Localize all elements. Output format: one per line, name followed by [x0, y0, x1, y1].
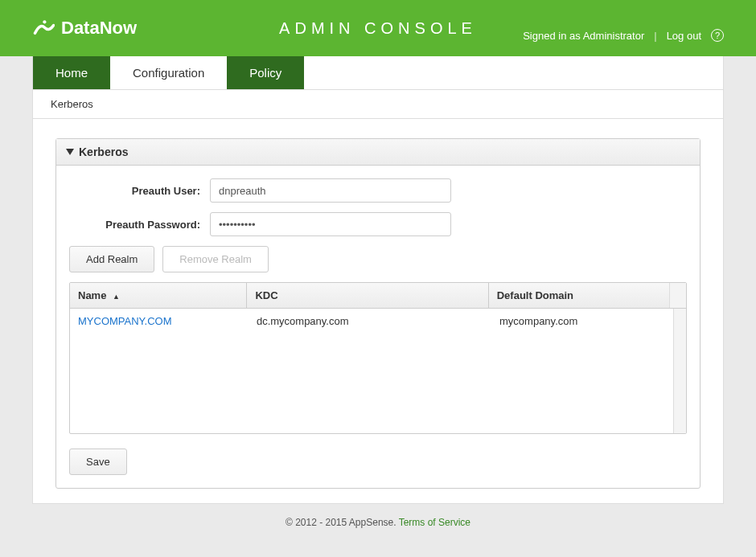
- tab-policy[interactable]: Policy: [227, 56, 304, 89]
- tos-link[interactable]: Terms of Service: [399, 517, 470, 528]
- app-header: DataNow ADMIN CONSOLE Signed in as Admin…: [0, 0, 756, 56]
- add-realm-button[interactable]: Add Realm: [69, 246, 154, 272]
- copyright-text: © 2012 - 2015 AppSense.: [286, 517, 399, 528]
- panel-title: Kerberos: [79, 145, 128, 158]
- col-gutter: [669, 283, 686, 308]
- logout-link[interactable]: Log out: [667, 30, 701, 42]
- panel-header[interactable]: Kerberos: [56, 139, 700, 166]
- footer: © 2012 - 2015 AppSense. Terms of Service: [0, 504, 756, 541]
- preauth-password-input[interactable]: [210, 212, 451, 236]
- preauth-user-label: Preauth User:: [69, 185, 210, 197]
- header-right: Signed in as Administrator | Log out ?: [523, 29, 724, 42]
- realm-name-link[interactable]: MYCOMPANY.COM: [78, 315, 172, 327]
- realms-table: Name ▲ KDC Default Domain MYCOMPANY.COM …: [69, 282, 687, 434]
- brand-name: DataNow: [61, 18, 137, 39]
- brand-logo-icon: [32, 19, 55, 37]
- col-header-name[interactable]: Name ▲: [70, 283, 247, 308]
- svg-point-0: [43, 20, 46, 23]
- header-divider: |: [654, 30, 656, 42]
- tab-configuration[interactable]: Configuration: [110, 56, 227, 89]
- save-button[interactable]: Save: [69, 448, 127, 475]
- preauth-password-label: Preauth Password:: [69, 219, 210, 231]
- nav-tabs: Home Configuration Policy: [33, 56, 723, 90]
- col-header-domain[interactable]: Default Domain: [489, 283, 669, 308]
- col-header-kdc[interactable]: KDC: [247, 283, 488, 308]
- app-title: ADMIN CONSOLE: [279, 19, 477, 38]
- breadcrumb: Kerberos: [33, 90, 723, 119]
- kerberos-panel: Kerberos Preauth User: Preauth Password:…: [55, 138, 701, 489]
- signed-in-label: Signed in as Administrator: [523, 30, 644, 42]
- sort-asc-icon: ▲: [113, 293, 120, 301]
- realm-domain-cell: mycompany.com: [491, 309, 673, 334]
- remove-realm-button: Remove Realm: [162, 246, 269, 272]
- main-content: Home Configuration Policy Kerberos Kerbe…: [32, 56, 724, 504]
- help-icon[interactable]: ?: [711, 29, 724, 42]
- table-header: Name ▲ KDC Default Domain: [70, 283, 686, 309]
- table-row[interactable]: MYCOMPANY.COM dc.mycompany.com mycompany…: [70, 309, 673, 334]
- collapse-icon: [66, 149, 74, 155]
- tab-home[interactable]: Home: [33, 56, 110, 89]
- table-body: MYCOMPANY.COM dc.mycompany.com mycompany…: [70, 309, 686, 433]
- preauth-user-input[interactable]: [210, 178, 451, 203]
- scrollbar-gutter: [674, 309, 686, 433]
- brand-logo-area: DataNow: [32, 18, 137, 39]
- realm-kdc-cell: dc.mycompany.com: [249, 309, 491, 334]
